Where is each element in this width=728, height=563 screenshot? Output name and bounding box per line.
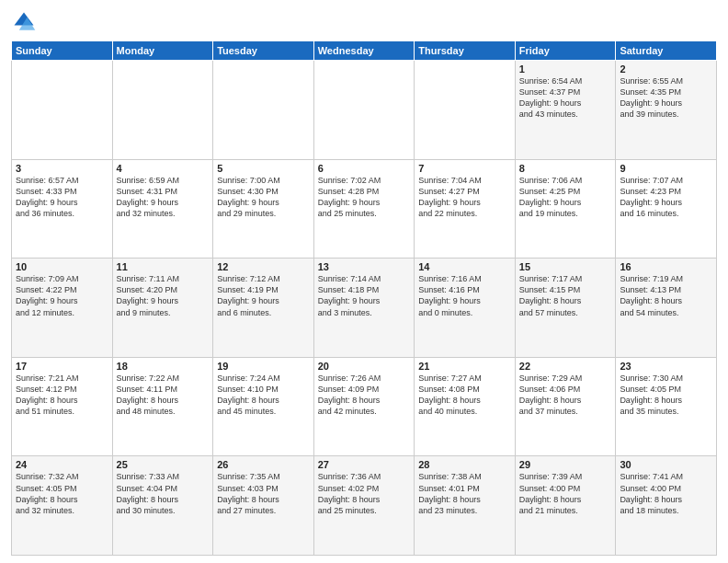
calendar-cell: 17Sunrise: 7:21 AM Sunset: 4:12 PM Dayli…: [12, 357, 113, 456]
weekday-header-friday: Friday: [515, 41, 616, 61]
calendar-cell: 11Sunrise: 7:11 AM Sunset: 4:20 PM Dayli…: [112, 259, 213, 358]
day-number: 13: [318, 261, 411, 272]
day-number: 8: [519, 163, 612, 174]
day-info: Sunrise: 6:57 AM Sunset: 4:33 PM Dayligh…: [16, 175, 108, 220]
calendar-cell: 24Sunrise: 7:32 AM Sunset: 4:05 PM Dayli…: [12, 456, 113, 556]
page: SundayMondayTuesdayWednesdayThursdayFrid…: [0, 0, 728, 563]
day-number: 23: [620, 361, 712, 372]
day-number: 22: [519, 361, 612, 372]
calendar-cell: 22Sunrise: 7:29 AM Sunset: 4:06 PM Dayli…: [515, 357, 616, 456]
calendar-cell: 6Sunrise: 7:02 AM Sunset: 4:28 PM Daylig…: [313, 159, 415, 259]
header: [11, 9, 717, 35]
weekday-header-tuesday: Tuesday: [213, 41, 314, 61]
day-info: Sunrise: 7:27 AM Sunset: 4:08 PM Dayligh…: [418, 373, 511, 418]
day-number: 10: [16, 261, 108, 272]
day-number: 26: [217, 459, 310, 470]
calendar-table: SundayMondayTuesdayWednesdayThursdayFrid…: [11, 40, 717, 556]
calendar-cell: 7Sunrise: 7:04 AM Sunset: 4:27 PM Daylig…: [415, 159, 516, 259]
day-info: Sunrise: 7:12 AM Sunset: 4:19 PM Dayligh…: [217, 273, 310, 318]
day-info: Sunrise: 7:04 AM Sunset: 4:27 PM Dayligh…: [418, 175, 511, 220]
day-info: Sunrise: 7:14 AM Sunset: 4:18 PM Dayligh…: [318, 273, 411, 318]
day-info: Sunrise: 7:09 AM Sunset: 4:22 PM Dayligh…: [16, 273, 108, 318]
calendar-cell: 15Sunrise: 7:17 AM Sunset: 4:15 PM Dayli…: [515, 259, 616, 358]
day-info: Sunrise: 6:59 AM Sunset: 4:31 PM Dayligh…: [117, 175, 210, 220]
day-info: Sunrise: 7:16 AM Sunset: 4:16 PM Dayligh…: [418, 273, 511, 318]
day-number: 29: [519, 459, 612, 470]
calendar-cell: 30Sunrise: 7:41 AM Sunset: 4:00 PM Dayli…: [616, 456, 717, 556]
day-number: 11: [117, 261, 210, 272]
day-number: 12: [217, 261, 310, 272]
day-info: Sunrise: 7:17 AM Sunset: 4:15 PM Dayligh…: [519, 273, 612, 318]
day-info: Sunrise: 6:55 AM Sunset: 4:35 PM Dayligh…: [620, 75, 712, 121]
day-info: Sunrise: 7:24 AM Sunset: 4:10 PM Dayligh…: [217, 373, 310, 418]
weekday-header-monday: Monday: [112, 41, 213, 61]
day-info: Sunrise: 7:21 AM Sunset: 4:12 PM Dayligh…: [16, 373, 108, 418]
day-number: 2: [620, 63, 712, 75]
day-info: Sunrise: 7:41 AM Sunset: 4:00 PM Dayligh…: [620, 471, 712, 516]
calendar-cell: [213, 61, 314, 160]
calendar-cell: [313, 61, 415, 160]
day-info: Sunrise: 7:22 AM Sunset: 4:11 PM Dayligh…: [117, 373, 210, 418]
day-info: Sunrise: 7:33 AM Sunset: 4:04 PM Dayligh…: [117, 471, 210, 516]
logo: [11, 9, 40, 35]
calendar-cell: 1Sunrise: 6:54 AM Sunset: 4:37 PM Daylig…: [515, 61, 616, 160]
day-info: Sunrise: 7:11 AM Sunset: 4:20 PM Dayligh…: [117, 273, 210, 318]
calendar-cell: 2Sunrise: 6:55 AM Sunset: 4:35 PM Daylig…: [616, 61, 717, 160]
day-number: 20: [318, 361, 411, 372]
day-number: 19: [217, 361, 310, 372]
week-row-4: 17Sunrise: 7:21 AM Sunset: 4:12 PM Dayli…: [12, 357, 717, 456]
day-number: 28: [418, 459, 511, 470]
day-info: Sunrise: 7:00 AM Sunset: 4:30 PM Dayligh…: [217, 175, 310, 220]
day-info: Sunrise: 7:30 AM Sunset: 4:05 PM Dayligh…: [620, 373, 712, 418]
day-number: 3: [16, 163, 108, 174]
calendar-cell: 10Sunrise: 7:09 AM Sunset: 4:22 PM Dayli…: [12, 259, 113, 358]
week-row-1: 1Sunrise: 6:54 AM Sunset: 4:37 PM Daylig…: [12, 61, 717, 160]
weekday-header-wednesday: Wednesday: [313, 41, 415, 61]
calendar-cell: 28Sunrise: 7:38 AM Sunset: 4:01 PM Dayli…: [415, 456, 516, 556]
day-number: 21: [418, 361, 511, 372]
calendar-cell: 8Sunrise: 7:06 AM Sunset: 4:25 PM Daylig…: [515, 159, 616, 259]
calendar-cell: 25Sunrise: 7:33 AM Sunset: 4:04 PM Dayli…: [112, 456, 213, 556]
day-info: Sunrise: 7:19 AM Sunset: 4:13 PM Dayligh…: [620, 273, 712, 318]
calendar-cell: 21Sunrise: 7:27 AM Sunset: 4:08 PM Dayli…: [415, 357, 516, 456]
calendar-cell: 19Sunrise: 7:24 AM Sunset: 4:10 PM Dayli…: [213, 357, 314, 456]
day-info: Sunrise: 6:54 AM Sunset: 4:37 PM Dayligh…: [519, 75, 612, 121]
calendar-cell: 9Sunrise: 7:07 AM Sunset: 4:23 PM Daylig…: [616, 159, 717, 259]
day-number: 16: [620, 261, 712, 272]
calendar-cell: 3Sunrise: 6:57 AM Sunset: 4:33 PM Daylig…: [12, 159, 113, 259]
calendar-cell: 29Sunrise: 7:39 AM Sunset: 4:00 PM Dayli…: [515, 456, 616, 556]
day-info: Sunrise: 7:35 AM Sunset: 4:03 PM Dayligh…: [217, 471, 310, 516]
day-number: 4: [117, 163, 210, 174]
calendar-cell: [415, 61, 516, 160]
calendar-cell: 27Sunrise: 7:36 AM Sunset: 4:02 PM Dayli…: [313, 456, 415, 556]
day-info: Sunrise: 7:07 AM Sunset: 4:23 PM Dayligh…: [620, 175, 712, 220]
logo-icon: [11, 9, 37, 35]
day-number: 27: [318, 459, 411, 470]
week-row-5: 24Sunrise: 7:32 AM Sunset: 4:05 PM Dayli…: [12, 456, 717, 556]
calendar-cell: [12, 61, 113, 160]
day-number: 6: [318, 163, 411, 174]
day-number: 30: [620, 459, 712, 470]
week-row-3: 10Sunrise: 7:09 AM Sunset: 4:22 PM Dayli…: [12, 259, 717, 358]
week-row-2: 3Sunrise: 6:57 AM Sunset: 4:33 PM Daylig…: [12, 159, 717, 259]
day-info: Sunrise: 7:36 AM Sunset: 4:02 PM Dayligh…: [318, 471, 411, 516]
day-number: 18: [117, 361, 210, 372]
calendar-cell: [112, 61, 213, 160]
day-number: 5: [217, 163, 310, 174]
day-number: 17: [16, 361, 108, 372]
day-info: Sunrise: 7:38 AM Sunset: 4:01 PM Dayligh…: [418, 471, 511, 516]
day-info: Sunrise: 7:02 AM Sunset: 4:28 PM Dayligh…: [318, 175, 411, 220]
weekday-header-sunday: Sunday: [12, 41, 113, 61]
calendar-cell: 5Sunrise: 7:00 AM Sunset: 4:30 PM Daylig…: [213, 159, 314, 259]
day-info: Sunrise: 7:39 AM Sunset: 4:00 PM Dayligh…: [519, 471, 612, 516]
day-info: Sunrise: 7:26 AM Sunset: 4:09 PM Dayligh…: [318, 373, 411, 418]
calendar-cell: 13Sunrise: 7:14 AM Sunset: 4:18 PM Dayli…: [313, 259, 415, 358]
weekday-header-saturday: Saturday: [616, 41, 717, 61]
calendar-cell: 4Sunrise: 6:59 AM Sunset: 4:31 PM Daylig…: [112, 159, 213, 259]
calendar-cell: 12Sunrise: 7:12 AM Sunset: 4:19 PM Dayli…: [213, 259, 314, 358]
day-number: 7: [418, 163, 511, 174]
calendar-cell: 18Sunrise: 7:22 AM Sunset: 4:11 PM Dayli…: [112, 357, 213, 456]
day-info: Sunrise: 7:29 AM Sunset: 4:06 PM Dayligh…: [519, 373, 612, 418]
calendar-cell: 26Sunrise: 7:35 AM Sunset: 4:03 PM Dayli…: [213, 456, 314, 556]
calendar-cell: 23Sunrise: 7:30 AM Sunset: 4:05 PM Dayli…: [616, 357, 717, 456]
